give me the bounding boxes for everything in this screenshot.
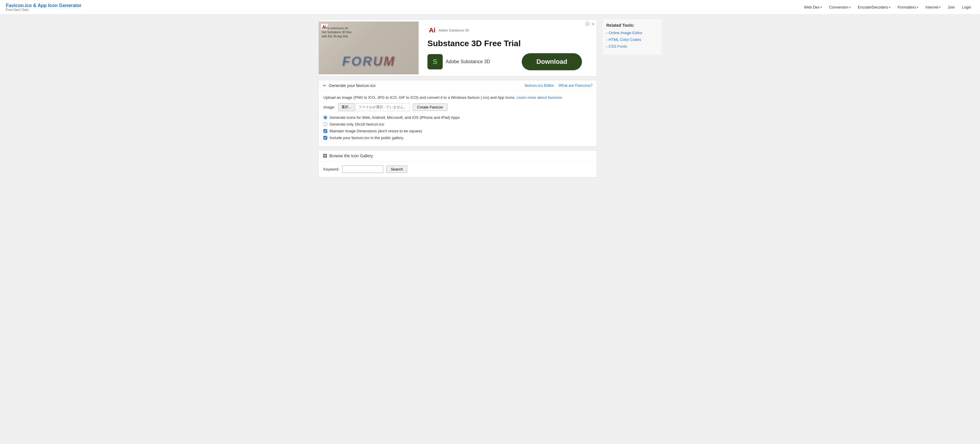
nav-links: Web Dev ▾ Conversion ▾ Encode/Decoders ▾… xyxy=(801,3,974,11)
keyword-label: Keyword: xyxy=(323,167,339,171)
nav-item-encoders[interactable]: Encode/Decoders ▾ xyxy=(855,3,893,11)
search-button[interactable]: Search xyxy=(386,166,407,173)
ad-brand: S Adobe Substance 3D xyxy=(428,54,490,69)
tool-panel-body: Upload an image (PNG to ICO, JPG to ICO,… xyxy=(319,91,597,147)
main-content: ⓘ ✕ Ai Adobe Substance 3D Get Substance … xyxy=(318,19,597,177)
nav-item-internet[interactable]: Internet ▾ xyxy=(923,3,943,11)
ad-download-button[interactable]: Download xyxy=(522,53,582,70)
ad-info-icon[interactable]: ⓘ xyxy=(585,21,590,27)
checkbox-gallery: Include your favicon.ico in the public g… xyxy=(323,136,592,140)
image-label: Image: xyxy=(323,105,335,109)
ad-image-placeholder: Ai Adobe Substance 3D Get Substance 3D f… xyxy=(319,21,418,74)
tool-panel-title: ✂ Generate your favicon.ico xyxy=(323,83,376,88)
checkbox-gallery-label: Include your favicon.ico in the public g… xyxy=(329,136,404,140)
ad-brand-letter: S xyxy=(433,57,438,66)
nav-formatters-label: Formatters xyxy=(897,5,916,10)
radio-option-16: Generate only 16x16 favicon.ico xyxy=(323,122,592,126)
checkbox-dimensions-label: Maintain Image Dimensions (don't resize … xyxy=(329,129,422,133)
learn-more-link[interactable]: Learn more about favicons. xyxy=(517,95,563,100)
ad-brand-name: Adobe Substance 3D xyxy=(445,59,490,64)
sidebar-link-label-1: HTML Color Codes xyxy=(609,37,641,42)
sidebar-link-label-0: Online Image Editor xyxy=(609,30,643,35)
checkbox-dimensions-input[interactable] xyxy=(323,129,327,133)
sidebar-section: Related Tools: › Online Image Editor › H… xyxy=(603,19,662,54)
chevron-icon-0: › xyxy=(606,31,608,35)
ad-sub-text: Get Substance 3D freewith this 30-day tr… xyxy=(322,30,352,38)
tool-panel: ✂ Generate your favicon.ico favicon.ico … xyxy=(318,80,597,147)
nav-item-webdev[interactable]: Web Dev ▾ xyxy=(801,3,825,11)
chevron-icon-2: › xyxy=(606,45,608,48)
gallery-panel: 🖼 Browse the Icon Gallery Keyword: Searc… xyxy=(318,150,597,177)
favicon-editor-link[interactable]: favicon.ico Editor xyxy=(525,83,554,88)
nav-encoders-caret: ▾ xyxy=(889,6,890,9)
ad-brand-icon: S xyxy=(428,54,443,69)
nav-webdev-caret: ▾ xyxy=(821,6,822,9)
keyword-row: Keyword: Search xyxy=(323,166,592,173)
tool-panel-links: favicon.ico Editor What are Favicons? xyxy=(525,83,592,88)
ad-adobe-letter: Ai xyxy=(429,26,435,34)
file-choose-button[interactable]: 選択... xyxy=(338,103,355,111)
radio-option-all: Generate icons for Web, Android, Microso… xyxy=(323,115,592,120)
sidebar: Related Tools: › Online Image Editor › H… xyxy=(603,19,662,177)
radio-all-input[interactable] xyxy=(323,115,327,120)
file-input-wrapper: 選択... ファイルが選択...ていません。 xyxy=(338,103,410,111)
checkbox-gallery-input[interactable] xyxy=(323,136,327,140)
upload-desc-text: Upload an image (PNG to ICO, JPG to ICO,… xyxy=(323,95,515,100)
upload-row: Image: 選択... ファイルが選択...ていません。 Create Fav… xyxy=(323,103,592,111)
brand: Favicon.ico & App Icon Generator From Da… xyxy=(6,3,801,11)
file-name-display: ファイルが選択...ていません。 xyxy=(356,103,410,111)
sidebar-link-label-2: CSS Fonts xyxy=(609,44,627,48)
nav-item-formatters[interactable]: Formatters ▾ xyxy=(894,3,921,11)
chevron-icon-1: › xyxy=(606,38,608,42)
sidebar-link-html-color[interactable]: › HTML Color Codes xyxy=(606,37,658,42)
ad-3d-letters: FORUM xyxy=(342,54,395,69)
keyword-input[interactable] xyxy=(342,166,383,173)
nav-internet-label: Internet xyxy=(925,5,938,10)
gallery-header: 🖼 Browse the Icon Gallery xyxy=(319,150,597,161)
sidebar-link-css-fonts[interactable]: › CSS Fonts xyxy=(606,44,658,48)
nav-webdev-label: Web Dev xyxy=(804,5,819,10)
ad-adobe-name: Adobe Substance 3D xyxy=(439,29,469,32)
brand-title[interactable]: Favicon.ico & App Icon Generator xyxy=(6,3,801,8)
gallery-body: Keyword: Search xyxy=(319,161,597,177)
ad-bottom: S Adobe Substance 3D Download xyxy=(428,53,588,70)
layout: ⓘ ✕ Ai Adobe Substance 3D Get Substance … xyxy=(314,15,666,182)
nav-conversion-caret: ▾ xyxy=(849,6,851,9)
nav-item-conversion[interactable]: Conversion ▾ xyxy=(826,3,854,11)
nav-join[interactable]: Join xyxy=(945,3,958,11)
checkbox-dimensions: Maintain Image Dimensions (don't resize … xyxy=(323,129,592,133)
sidebar-link-image-editor[interactable]: › Online Image Editor xyxy=(606,30,658,35)
ad-close-icon[interactable]: ✕ xyxy=(591,22,595,26)
radio-16-input[interactable] xyxy=(323,122,327,126)
gallery-title: Browse the Icon Gallery xyxy=(329,153,373,158)
brand-subtitle: From Dan's Tools xyxy=(6,8,801,11)
ad-substance-label: Adobe Substance 3D xyxy=(322,27,348,30)
ad-content: Ai Adobe Substance 3D Get Substance 3D f… xyxy=(319,20,597,76)
tool-panel-title-text: Generate your favicon.ico xyxy=(329,83,376,88)
gallery-icon: 🖼 xyxy=(323,153,327,158)
ad-text-area: Ai Adobe Substance 3D Substance 3D Free … xyxy=(418,20,597,76)
ad-adobe-logo: Ai Adobe Substance 3D xyxy=(428,26,588,35)
upload-description: Upload an image (PNG to ICO, JPG to ICO,… xyxy=(323,95,592,100)
nav-internet-caret: ▾ xyxy=(939,6,941,9)
create-favicon-button[interactable]: Create Favicon xyxy=(413,104,447,111)
sidebar-title: Related Tools: xyxy=(606,23,658,28)
nav-login[interactable]: Login xyxy=(959,3,974,11)
favicon-icon: ✂ xyxy=(323,83,326,88)
ad-adobe-icon: Ai xyxy=(428,26,437,35)
ad-top-bar: ⓘ ✕ xyxy=(585,21,595,27)
nav-conversion-label: Conversion xyxy=(829,5,848,10)
tool-panel-header: ✂ Generate your favicon.ico favicon.ico … xyxy=(319,80,597,91)
what-are-favicons-link[interactable]: What are Favicons? xyxy=(558,83,592,88)
navbar: Favicon.ico & App Icon Generator From Da… xyxy=(0,0,980,15)
radio-all-label: Generate icons for Web, Android, Microso… xyxy=(329,115,460,120)
nav-formatters-caret: ▾ xyxy=(917,6,918,9)
ad-banner: ⓘ ✕ Ai Adobe Substance 3D Get Substance … xyxy=(318,19,597,77)
radio-16-label: Generate only 16x16 favicon.ico xyxy=(329,122,384,126)
nav-encoders-label: Encode/Decoders xyxy=(858,5,888,10)
ad-headline: Substance 3D Free Trial xyxy=(428,38,588,48)
ad-image-area: Ai Adobe Substance 3D Get Substance 3D f… xyxy=(319,21,418,74)
